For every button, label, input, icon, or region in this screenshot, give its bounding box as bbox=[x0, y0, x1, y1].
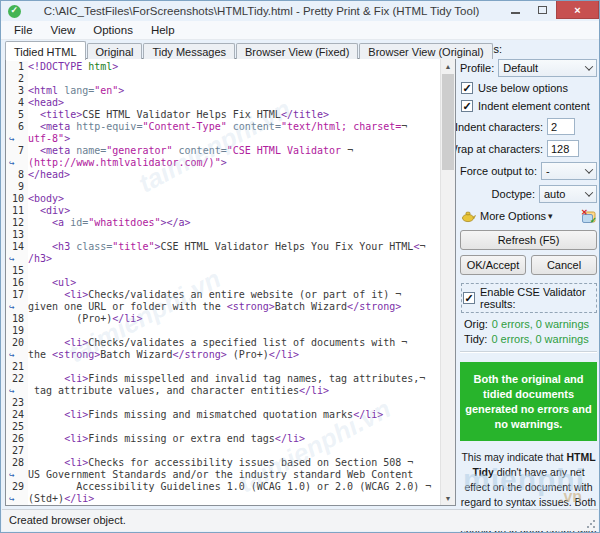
code-line[interactable] bbox=[28, 325, 439, 337]
code-row: ↪the <strong>Batch Wizard</strong> (Pro+… bbox=[6, 349, 439, 361]
code-line[interactable] bbox=[28, 181, 439, 193]
code-row: 22 <li>Finds misspelled and invalid tag … bbox=[6, 373, 439, 385]
enable-cse-checkbox[interactable]: ✓ bbox=[463, 292, 475, 304]
scroll-up-button[interactable]: ▲ bbox=[441, 59, 455, 73]
code-line[interactable]: <meta http-equiv="Content-Type" content=… bbox=[28, 121, 439, 133]
code-line[interactable]: <a id="whatitdoes"></a> bbox=[28, 217, 439, 229]
tab-original[interactable]: Original bbox=[87, 43, 143, 59]
code-line[interactable]: <body> bbox=[28, 193, 439, 205]
ok-accept-button[interactable]: OK/Accept bbox=[460, 255, 526, 275]
cancel-button[interactable]: Cancel bbox=[531, 255, 597, 275]
code-line[interactable]: utf-8"> bbox=[28, 133, 439, 145]
menu-item-view[interactable]: View bbox=[42, 22, 85, 38]
indent-characters-input[interactable] bbox=[547, 118, 575, 135]
resize-grip[interactable] bbox=[586, 519, 596, 529]
code-row: 15 bbox=[6, 265, 439, 277]
tab-tidied-html[interactable]: Tidied HTML bbox=[5, 41, 86, 60]
code-area[interactable]: 1<!DOCTYPE html>23<html lang="en">4<head… bbox=[6, 61, 439, 505]
code-line[interactable]: <title>CSE HTML Validator Helps Fix HTML… bbox=[28, 109, 439, 121]
code-row: 3<html lang="en"> bbox=[6, 85, 439, 97]
profile-select[interactable]: Default bbox=[498, 59, 597, 77]
scroll-down-icon: ▼ bbox=[445, 495, 452, 502]
code-line[interactable]: <li>Checks for accessibility issues base… bbox=[28, 457, 439, 469]
menu-item-file[interactable]: File bbox=[5, 22, 42, 38]
code-row: 28 <li>Checks for accessibility issues b… bbox=[6, 457, 439, 469]
code-line[interactable] bbox=[28, 361, 439, 373]
code-row: 6 <meta http-equiv="Content-Type" conten… bbox=[6, 121, 439, 133]
menu-item-options[interactable]: Options bbox=[84, 22, 142, 38]
code-line[interactable]: <li>Finds missing and mismatched quotati… bbox=[28, 409, 439, 421]
minimize-button[interactable] bbox=[502, 1, 529, 19]
line-number: 9 bbox=[6, 181, 28, 193]
window-controls: × bbox=[502, 1, 599, 21]
indent-characters-row: Indent characters: bbox=[460, 118, 597, 135]
code-line[interactable]: <div> bbox=[28, 205, 439, 217]
force-output-value: - bbox=[546, 165, 550, 177]
code-row: 19 bbox=[6, 325, 439, 337]
chevron-down-icon bbox=[585, 165, 593, 173]
line-number: 5 bbox=[6, 109, 28, 121]
line-number: 17 bbox=[6, 289, 28, 301]
code-line[interactable]: <li>Finds misspelled and invalid tag nam… bbox=[28, 373, 439, 385]
tab-bar: Tidied HTMLOriginalTidy MessagesBrowser … bbox=[5, 40, 494, 59]
code-row: 29 Accessibility Guidelines 1.0 (WCAG 1.… bbox=[6, 481, 439, 493]
line-number: 18 bbox=[6, 313, 28, 325]
code-line[interactable]: Accessibility Guidelines 1.0 (WCAG 1.0) … bbox=[28, 481, 439, 493]
code-line[interactable]: <li>Checks/validates a specified list of… bbox=[28, 337, 439, 349]
profile-row: Profile: Default bbox=[460, 59, 597, 77]
code-line[interactable]: (Pro+)</li> bbox=[28, 313, 439, 325]
tab-browser-view-original[interactable]: Browser View (Original) bbox=[359, 43, 492, 59]
code-line[interactable]: the <strong>Batch Wizard</strong> (Pro+)… bbox=[28, 349, 439, 361]
line-number: 21 bbox=[6, 361, 28, 373]
menu-item-help[interactable]: Help bbox=[142, 22, 184, 38]
editor-vertical-scrollbar[interactable]: ▲ ▼ bbox=[440, 59, 455, 505]
code-line[interactable]: (http://www.htmlvalidator.com/)"> bbox=[28, 157, 439, 169]
chevron-down-icon bbox=[585, 62, 593, 70]
code-line[interactable]: <!DOCTYPE html> bbox=[28, 61, 439, 73]
code-line[interactable]: </head> bbox=[28, 169, 439, 181]
code-line[interactable] bbox=[28, 397, 439, 409]
title-bar: C:\AIC_TestFiles\ForScreenshots\HTMLTidy… bbox=[1, 1, 599, 21]
tab-tidy-messages[interactable]: Tidy Messages bbox=[143, 43, 235, 59]
code-line[interactable] bbox=[28, 421, 439, 433]
refresh-button[interactable]: Refresh (F5) bbox=[460, 230, 597, 250]
code-line[interactable] bbox=[28, 265, 439, 277]
code-line[interactable]: <li>Finds missing or extra end tags</li> bbox=[28, 433, 439, 445]
lamp-icon bbox=[461, 210, 476, 223]
code-line[interactable]: (Std+)</li> bbox=[28, 493, 439, 505]
code-line[interactable]: <ul> bbox=[28, 277, 439, 289]
code-row: 24 <li>Finds missing and mismatched quot… bbox=[6, 409, 439, 421]
code-line[interactable] bbox=[28, 445, 439, 457]
doctype-label: Doctype: bbox=[492, 188, 535, 200]
close-button[interactable]: × bbox=[556, 1, 599, 19]
code-line[interactable]: given one URL or folder with the <strong… bbox=[28, 301, 439, 313]
code-line[interactable] bbox=[28, 73, 439, 85]
code-line[interactable]: US Government Standards and/or the indus… bbox=[28, 469, 439, 481]
maximize-button[interactable] bbox=[529, 1, 556, 19]
validator-profiles-icon[interactable]: ✕ ✓ bbox=[580, 208, 597, 224]
more-options-button[interactable]: More Options bbox=[480, 210, 546, 222]
code-line[interactable]: tag attribute values, and character enti… bbox=[28, 385, 439, 397]
indent-element-content-checkbox[interactable]: ✓ bbox=[461, 100, 473, 112]
wrap-characters-input[interactable] bbox=[547, 140, 579, 157]
doctype-select[interactable]: auto bbox=[539, 185, 597, 203]
tab-browser-view-fixed[interactable]: Browser View (Fixed) bbox=[236, 43, 358, 59]
code-line[interactable]: <html lang="en"> bbox=[28, 85, 439, 97]
code-line[interactable] bbox=[28, 229, 439, 241]
force-output-select[interactable]: - bbox=[541, 162, 597, 180]
code-row: 11 <div> bbox=[6, 205, 439, 217]
tidied-html-editor[interactable]: 1<!DOCTYPE html>23<html lang="en">4<head… bbox=[5, 58, 456, 506]
code-line[interactable]: <meta name="generator" content="CSE HTML… bbox=[28, 145, 439, 157]
wrap-characters-row: Wrap at characters: bbox=[460, 140, 597, 157]
code-line[interactable]: <head> bbox=[28, 97, 439, 109]
scrollbar-thumb[interactable] bbox=[442, 74, 454, 170]
code-line[interactable]: <li>Checks/validates an entire website (… bbox=[28, 289, 439, 301]
scroll-down-button[interactable]: ▼ bbox=[441, 491, 455, 505]
chevron-down-icon bbox=[585, 188, 593, 196]
code-line[interactable]: /h3> bbox=[28, 253, 439, 265]
line-number: 6 bbox=[6, 121, 28, 133]
status-bar: Created browser object. bbox=[2, 509, 598, 531]
code-line[interactable]: <h3 class="title">CSE HTML Validator Hel… bbox=[28, 241, 439, 253]
use-below-options-checkbox[interactable]: ✓ bbox=[461, 82, 473, 94]
doctype-value: auto bbox=[544, 188, 565, 200]
